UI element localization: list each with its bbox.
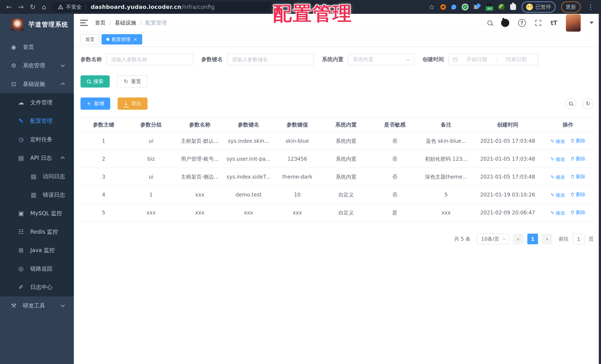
page-unit-label: 页 [589,236,594,242]
prev-page-button[interactable]: ‹ [513,234,524,244]
sidebar-item-label: 文件管理 [30,99,52,106]
search-icon [569,102,572,105]
edit-link[interactable]: ✎修改 [551,192,565,198]
date-range-picker[interactable]: 开始日期 - 结束日期 [448,54,538,65]
column-header: 参数键值 [273,118,322,132]
page-1-button[interactable]: 1 [527,234,538,244]
redis-monitor-icon: ☷ [17,228,25,235]
column-header: 参数名称 [175,118,224,132]
url-path: /infra/config [181,4,215,10]
sidebar-collapse-icon[interactable] [80,20,88,26]
extension-leaf-icon[interactable] [499,4,505,10]
sidebar-item-access-logs[interactable]: ▤访问日志 [0,167,74,186]
extension-diamond-icon[interactable] [474,4,480,10]
window-scrollbar[interactable] [599,14,601,364]
paused-chip[interactable]: 已暂停 [521,1,556,12]
sidebar-item-java-monitor[interactable]: ⊞Java 监控 [0,241,74,260]
extensions-puzzle-icon[interactable] [510,4,516,10]
table-cell: 2021-01-19 03:10:26 [473,186,542,204]
refresh-button[interactable]: ↻ [582,98,594,109]
bookmark-star-icon[interactable]: ☆ [429,3,435,11]
browser-chrome: ← → ↻ ⌂ 不安全 dashboard.yudao.iocoder.cn /… [0,0,601,14]
tab-home[interactable]: 首页 [80,34,99,44]
table-cell: 2021-01-05 17:03:48 [473,168,542,186]
active-tab-dot-icon [106,38,109,41]
table-cell: 主框架页-侧边... [175,168,224,186]
browser-menu-icon[interactable]: ⋮ [587,3,594,11]
edit-link[interactable]: ✎修改 [551,138,565,145]
breadcrumb-home[interactable]: 首页 [95,19,106,27]
help-icon[interactable]: ? [518,19,526,27]
search-button[interactable]: 搜索 [80,75,110,88]
goto-page-input[interactable] [572,234,585,244]
tab-config-management[interactable]: 配置管理 × [101,34,142,44]
delete-link[interactable]: 删除 [570,209,585,216]
table-cell: xxx [127,204,175,222]
search-icon[interactable] [487,20,492,25]
system-builtin-select[interactable]: 系统内置 [348,54,414,65]
github-icon[interactable] [501,19,509,27]
sidebar-item-error-logs[interactable]: ▥错误日志 [0,186,74,204]
sidebar-menu: ◉首页⚙系统管理⊡基础设施☁文件管理✎配置管理◷定时任务▤API 日志▤访问日志… [0,38,74,315]
table-cell-actions: ✎修改删除 [542,204,594,222]
date-separator: - [496,57,497,63]
tab-close-icon[interactable]: × [133,37,137,42]
address-divider [86,4,86,10]
font-size-icon[interactable]: tT [551,19,557,27]
param-name-input[interactable] [106,54,193,65]
chevron-up-icon [61,156,65,161]
update-chip[interactable]: 更新 [561,1,581,12]
delete-link[interactable]: 删除 [570,173,585,180]
sidebar-item-home[interactable]: ◉首页 [0,38,74,56]
address-bar[interactable]: 不安全 dashboard.yudao.iocoder.cn /infra/co… [51,2,349,12]
add-button[interactable]: + 新增 [80,98,110,110]
browser-forward-icon[interactable]: → [18,4,24,10]
sidebar-item-scheduled-tasks[interactable]: ◷定时任务 [0,130,74,149]
table-cell: 123456 [273,150,322,168]
sidebar-item-file-management[interactable]: ☁文件管理 [0,93,74,112]
browser-home-icon[interactable]: ⌂ [42,4,46,10]
next-page-button[interactable]: › [542,234,552,244]
sidebar-item-infrastructure[interactable]: ⊡基础设施 [0,75,74,93]
reset-button[interactable]: ↻ 重置 [117,75,148,88]
breadcrumb-infrastructure[interactable]: 基础设施 [115,19,136,27]
browser-back-icon[interactable]: ← [6,4,12,10]
sidebar-item-label: 基础设施 [23,80,45,88]
table-cell: 用户管理-账号... [175,150,224,168]
edit-link[interactable]: ✎修改 [551,210,565,216]
sidebar-item-system-management[interactable]: ⚙系统管理 [0,56,74,75]
sidebar: 芋道管理系统 ◉首页⚙系统管理⊡基础设施☁文件管理✎配置管理◷定时任务▤API … [0,14,74,364]
table-row: 2biz用户管理-账号...sys.user.init-pa...123456系… [80,150,594,168]
edit-link[interactable]: ✎修改 [551,174,565,181]
extension-pin-icon[interactable] [451,5,456,10]
fullscreen-icon[interactable] [535,19,542,26]
table-cell: 蓝色 skin-blue... [419,132,473,150]
header-icons: ? tT [487,14,594,31]
sidebar-item-trace[interactable]: ◎链路追踪 [0,260,74,278]
sidebar-item-dev-tools[interactable]: ⚒研发工具 [0,296,74,315]
param-key-input[interactable] [227,54,314,65]
delete-link[interactable]: 删除 [570,155,585,162]
user-menu-caret-icon[interactable] [590,22,594,24]
sidebar-item-redis-monitor[interactable]: ☷Redis 监控 [0,222,74,241]
extension-green-check-icon[interactable]: ✓ [462,4,468,10]
table-cell: skin-blue [273,132,322,150]
toggle-search-button[interactable] [565,98,576,109]
sidebar-item-log-center[interactable]: ✐日志中心 [0,278,74,296]
sidebar-item-mysql-monitor[interactable]: ▣MySQL 监控 [0,204,74,222]
sidebar-item-config-management[interactable]: ✎配置管理 [0,112,74,130]
table-cell: 5 [80,204,127,222]
user-avatar[interactable] [566,14,581,31]
edit-link[interactable]: ✎修改 [551,156,565,162]
browser-reload-icon[interactable]: ↻ [30,4,35,10]
sidebar-item-api-logs[interactable]: ▤API 日志 [0,149,74,167]
extension-on-badge-icon[interactable]: on [486,3,493,11]
extension-orange-icon[interactable] [440,4,446,10]
export-button[interactable]: ↓ 导出 [118,98,147,110]
table-cell: 5 [419,186,473,204]
page-size-select[interactable]: 10条/页 [477,234,509,244]
delete-link[interactable]: 删除 [570,191,585,198]
sidebar-logo-row[interactable]: 芋道管理系统 [0,14,74,35]
edit-icon: ✎ [551,139,554,144]
delete-link[interactable]: 删除 [570,138,585,144]
